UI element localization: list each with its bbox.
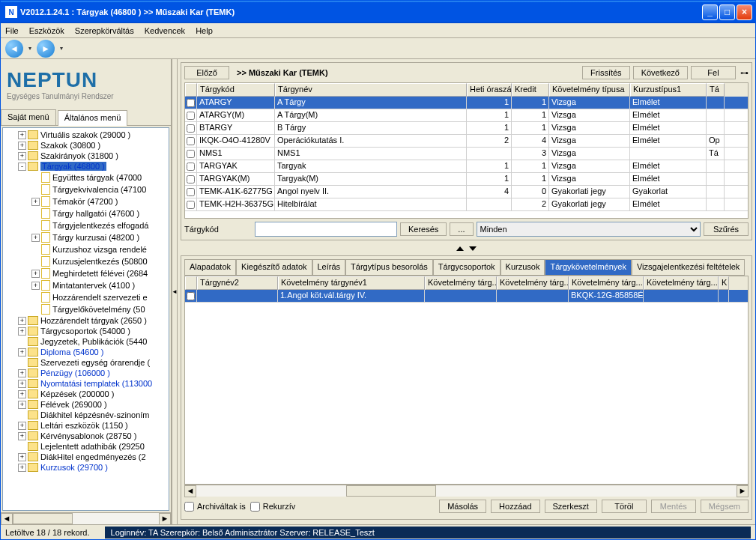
tree-node[interactable]: +Pénzügy (106000 ) <box>4 368 167 378</box>
expand-icon[interactable]: + <box>18 422 26 430</box>
expand-icon[interactable]: + <box>18 453 26 461</box>
table-row[interactable]: TEMK-A1K-62775GAngol nyelv II.40Gyakorla… <box>185 186 748 198</box>
filter-button[interactable]: Szűrés <box>704 222 749 236</box>
tree-label[interactable]: Jegyzetek, Publikációk (5440 <box>40 337 147 346</box>
triangle-up-icon[interactable] <box>456 246 464 251</box>
detail-tab[interactable]: Tárgycsoportok <box>433 259 501 276</box>
tree-label[interactable]: Diákhitel képzésnév-szinoním <box>40 410 150 419</box>
column-header[interactable]: Tárgynév2 <box>197 276 278 290</box>
row-checkbox[interactable] <box>187 163 195 171</box>
column-header[interactable]: Követelmény tárg... <box>497 276 569 290</box>
triangle-down-icon[interactable] <box>469 246 477 251</box>
tree-label[interactable]: Lejelentett adathibák (29250 <box>40 442 145 451</box>
scroll-right-icon[interactable]: ► <box>159 513 171 524</box>
tree-node[interactable]: Tárgy hallgatói (47600 ) <box>4 207 167 219</box>
tree-node[interactable]: Tárgyekvivalencia (47100 <box>4 183 167 195</box>
tree-label[interactable]: Szervezeti egység órarendje ( <box>40 358 150 367</box>
tree-node[interactable]: +Tárgy kurzusai (48200 ) <box>4 231 167 243</box>
tree-hscroll[interactable]: ◄ ► <box>1 512 171 524</box>
tree-node[interactable]: Kurzusjelentkezés (50800 <box>4 255 167 267</box>
add-button[interactable]: Hozzáad <box>491 500 539 513</box>
tree-label[interactable]: Kurzushoz vizsga rendelé <box>52 245 147 254</box>
requirements-grid[interactable]: Tárgynév2Követelmény tárgynév1Követelmén… <box>184 276 749 485</box>
tree-label[interactable]: Nyomtatási templatek (113000 <box>40 379 152 388</box>
tree-node[interactable]: Szervezeti egység órarendje ( <box>4 357 167 368</box>
tree-label[interactable]: DiákHitel engedményezés (2 <box>40 452 146 461</box>
scroll-left-icon[interactable]: ◄ <box>184 485 196 497</box>
table-row[interactable]: IKQK-O4O-41280VOperációkutatás I.24Vizsg… <box>185 135 748 148</box>
tree-label[interactable]: Tárgyjelentkezés elfogadá <box>52 221 148 230</box>
tree-label[interactable]: Hozzárendelt szervezeti e <box>52 293 148 302</box>
refresh-button[interactable]: Frissítés <box>582 66 630 79</box>
scroll-thumb[interactable] <box>346 485 436 497</box>
detail-tab[interactable]: Tárgytípus besorolás <box>345 259 433 276</box>
detail-tab[interactable]: Tárgykövetelmények <box>545 259 632 276</box>
tree-label[interactable]: Szakirányok (31800 ) <box>40 151 118 160</box>
tree-label[interactable]: Kurzusok (29700 ) <box>40 463 108 472</box>
tree-node[interactable]: +Mintatantervek (4100 ) <box>4 279 167 291</box>
col-checkbox[interactable] <box>185 83 197 97</box>
collapse-handle[interactable]: ◄ <box>172 59 178 524</box>
menu-help[interactable]: Help <box>196 26 213 35</box>
expand-icon[interactable]: + <box>18 131 26 139</box>
table-row[interactable]: 1.Angol köt.vál.tárgy IV.BKQK-12G-85858É <box>185 290 748 303</box>
tree-node[interactable]: Együttes tárgyak (47000 <box>4 172 167 183</box>
expand-icon[interactable]: + <box>31 198 40 206</box>
tree-label[interactable]: Képzések (200000 ) <box>40 389 114 398</box>
detail-tab[interactable]: Kurzusok <box>501 259 545 276</box>
column-header[interactable]: Kredit <box>512 83 549 97</box>
column-header[interactable]: Tá <box>707 83 725 97</box>
tree-node[interactable]: Jegyzetek, Publikációk (5440 <box>4 336 167 347</box>
search-button[interactable]: Keresés <box>400 222 447 236</box>
expand-icon[interactable]: + <box>18 152 26 160</box>
expand-icon[interactable]: + <box>18 348 26 357</box>
row-checkbox[interactable] <box>187 292 195 300</box>
column-header[interactable]: Heti óraszá... <box>467 83 512 97</box>
tree-label[interactable]: Tárgy hallgatói (47600 ) <box>52 209 139 218</box>
col-checkbox[interactable] <box>185 276 197 290</box>
table-row[interactable]: TARGYAK(M)Targyak(M)11VizsgaElmélet <box>185 173 748 186</box>
search-input[interactable] <box>255 222 397 237</box>
table-row[interactable]: ATARGYA Tárgy11VizsgaElmélet <box>185 97 748 109</box>
nav-back-button[interactable]: ◄ <box>5 40 23 58</box>
grid2-hscroll[interactable]: ◄ ► <box>184 485 749 497</box>
tree-node[interactable]: +Képzések (200000 ) <box>4 389 167 399</box>
tree-node[interactable]: Kurzushoz vizsga rendelé <box>4 243 167 255</box>
subjects-grid[interactable]: TárgykódTárgynévHeti óraszá...KreditKöve… <box>184 82 749 219</box>
tree-node[interactable]: Diákhitel képzésnév-szinoním <box>4 410 167 420</box>
tree-node[interactable]: +Virtuális szakok (29000 ) <box>4 130 167 140</box>
expand-icon[interactable]: + <box>18 142 26 150</box>
row-checkbox[interactable] <box>187 137 195 145</box>
row-checkbox[interactable] <box>187 150 195 158</box>
column-header[interactable]: Követelmény típusa <box>549 83 630 97</box>
expand-icon[interactable]: + <box>18 401 26 409</box>
tree-node[interactable]: +Meghirdetett félévei (2684 <box>4 267 167 279</box>
column-header[interactable]: Követelmény tárg... <box>569 276 644 290</box>
expand-icon[interactable]: + <box>31 282 40 290</box>
tree-label[interactable]: Virtuális szakok (29000 ) <box>40 130 130 139</box>
table-row[interactable]: NMS1NMS13VizsgaTá <box>185 148 748 160</box>
row-checkbox[interactable] <box>187 175 195 183</box>
row-checkbox[interactable] <box>187 112 195 120</box>
expand-icon[interactable]: + <box>18 317 26 325</box>
column-header[interactable]: Követelmény tárg... <box>644 276 719 290</box>
close-button[interactable]: × <box>737 4 752 20</box>
tree-node[interactable]: Tárgyelőkövetelmény (50 <box>4 303 167 315</box>
archived-checkbox[interactable]: Archiváltak is <box>184 502 246 512</box>
tree-label[interactable]: Hozzárendelt tárgyak (2650 ) <box>40 316 147 325</box>
scroll-thumb[interactable] <box>13 513 73 524</box>
tree-node[interactable]: +Szakirányok (31800 ) <box>4 151 167 161</box>
tree-node[interactable]: +Hozzárendelt tárgyak (2650 ) <box>4 315 167 326</box>
tree-label[interactable]: Tárgy kurzusai (48200 ) <box>52 233 139 242</box>
tree-node[interactable]: +Szakok (30800 ) <box>4 140 167 151</box>
next-button[interactable]: Következő <box>633 66 688 79</box>
tree-label[interactable]: Félévek (269000 ) <box>40 400 107 409</box>
tree-node[interactable]: Hozzárendelt szervezeti e <box>4 291 167 303</box>
tab-general-menu[interactable]: Általános menü <box>58 110 128 126</box>
cancel-button[interactable]: Mégsem <box>701 500 749 513</box>
menu-file[interactable]: File <box>5 26 19 35</box>
expand-icon[interactable]: + <box>18 390 26 398</box>
menu-tools[interactable]: Eszközök <box>29 26 64 35</box>
edit-button[interactable]: Szerkeszt <box>545 500 597 513</box>
tree-label[interactable]: Tárgyelőkövetelmény (50 <box>52 305 145 314</box>
